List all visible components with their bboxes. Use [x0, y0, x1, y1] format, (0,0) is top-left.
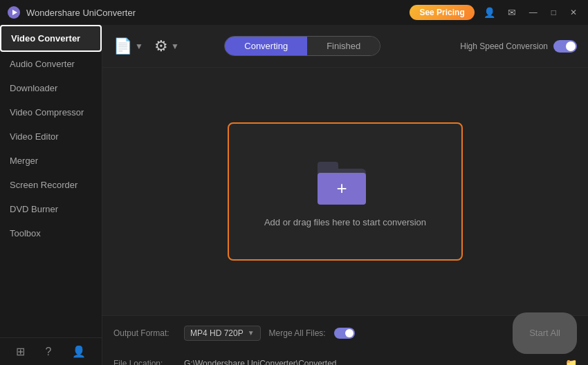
close-button[interactable]: ✕	[566, 6, 581, 19]
merge-all-label: Merge All Files:	[269, 328, 326, 338]
drop-zone-wrapper: + Add or drag files here to start conver…	[102, 68, 588, 315]
speed-label: High Speed Conversion	[460, 41, 548, 51]
main-layout: Video Converter Audio Converter Download…	[0, 25, 588, 365]
help-icon[interactable]: ?	[46, 346, 52, 358]
file-location-label: File Location:	[113, 359, 176, 366]
sidebar-bottom: ⊞ ? 👤	[0, 337, 102, 365]
sidebar-item-toolbox[interactable]: Toolbox	[0, 221, 102, 245]
toolbar: 📄 ▼ ⚙ ▼ Converting Finished High Speed C…	[102, 25, 588, 68]
output-format-select[interactable]: MP4 HD 720P ▼	[184, 326, 261, 341]
tab-converting[interactable]: Converting	[225, 37, 307, 55]
folder-icon: +	[318, 156, 373, 205]
sidebar-item-video-editor[interactable]: Video Editor	[0, 124, 102, 149]
sidebar-item-downloader[interactable]: Downloader	[0, 76, 102, 100]
sidebar-item-video-converter[interactable]: Video Converter	[0, 25, 102, 52]
sidebar-item-merger[interactable]: Merger	[0, 149, 102, 173]
merge-toggle-knob	[345, 329, 353, 337]
add-files-icon: 📄	[113, 37, 132, 55]
see-pricing-button[interactable]: See Pricing	[410, 5, 474, 20]
sidebar: Video Converter Audio Converter Download…	[0, 25, 102, 365]
minimize-button[interactable]: —	[525, 6, 542, 19]
add-files-arrow-icon: ▼	[135, 41, 143, 51]
drop-zone-text: Add or drag files here to start conversi…	[264, 217, 426, 227]
format-select-arrow-icon: ▼	[248, 329, 255, 337]
titlebar: Wondershare UniConverter See Pricing 👤 ✉…	[0, 0, 588, 25]
user-icon[interactable]: 👤	[480, 6, 499, 19]
mail-icon[interactable]: ✉	[504, 6, 520, 19]
folder-tab	[318, 162, 338, 169]
maximize-button[interactable]: □	[547, 6, 560, 19]
bottom-bar: Output Format: MP4 HD 720P ▼ Merge All F…	[102, 315, 588, 365]
file-location-value: G:\Wondershare UniConverter\Converted	[184, 359, 557, 366]
sidebar-item-audio-converter[interactable]: Audio Converter	[0, 52, 102, 76]
content-area: 📄 ▼ ⚙ ▼ Converting Finished High Speed C…	[102, 25, 588, 365]
start-all-button[interactable]: Start All	[513, 312, 577, 354]
file-location-row: File Location: G:\Wondershare UniConvert…	[113, 356, 577, 366]
high-speed-toggle[interactable]	[553, 40, 577, 53]
folder-front: +	[318, 173, 366, 205]
expand-icon[interactable]: ⊞	[16, 345, 25, 358]
sidebar-item-screen-recorder[interactable]: Screen Recorder	[0, 173, 102, 197]
app-title: Wondershare UniConverter	[26, 8, 410, 18]
tab-finished[interactable]: Finished	[307, 37, 380, 55]
output-format-value: MP4 HD 720P	[190, 328, 244, 338]
app-logo	[7, 6, 21, 19]
tab-group: Converting Finished	[224, 36, 380, 56]
merge-toggle[interactable]	[334, 328, 355, 339]
add-files-button[interactable]: 📄 ▼	[113, 37, 143, 55]
browse-folder-icon[interactable]: 📁	[565, 358, 577, 366]
output-format-row: Output Format: MP4 HD 720P ▼ Merge All F…	[113, 310, 577, 356]
titlebar-actions: See Pricing 👤 ✉ — □ ✕	[410, 5, 581, 20]
account-icon[interactable]: 👤	[72, 345, 86, 358]
settings-button[interactable]: ⚙ ▼	[154, 37, 179, 55]
output-format-label: Output Format:	[113, 328, 176, 338]
toggle-knob	[566, 41, 576, 51]
sidebar-item-dvd-burner[interactable]: DVD Burner	[0, 197, 102, 221]
settings-arrow-icon: ▼	[171, 41, 179, 51]
sidebar-item-video-compressor[interactable]: Video Compressor	[0, 100, 102, 124]
high-speed-toggle-group: High Speed Conversion	[460, 40, 577, 53]
settings-icon: ⚙	[154, 37, 168, 55]
drop-zone[interactable]: + Add or drag files here to start conver…	[228, 122, 463, 261]
plus-icon: +	[336, 178, 347, 199]
